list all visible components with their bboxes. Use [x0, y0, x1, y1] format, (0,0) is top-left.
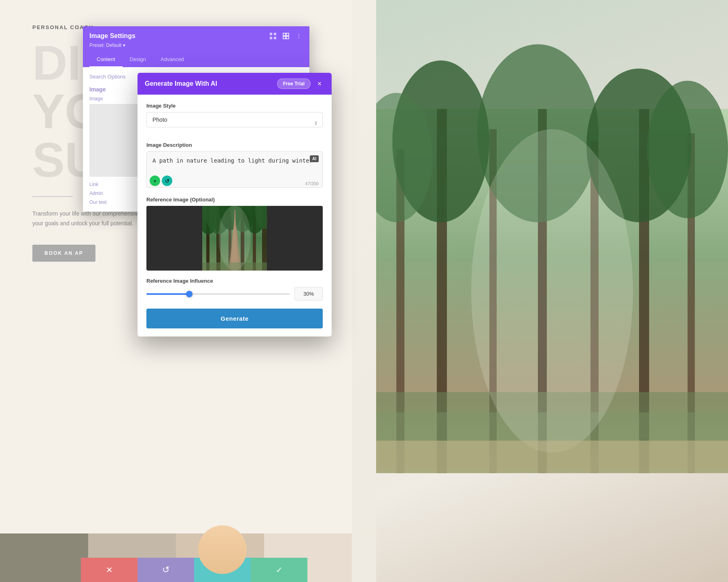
editor-title: Image Settings	[89, 32, 135, 40]
cancel-icon: ✕	[106, 565, 113, 575]
editor-tabs: Content Design Advanced	[89, 52, 303, 67]
svg-rect-23	[286, 33, 289, 36]
ai-modal-header: Generate Image With AI Free Trial ×	[138, 73, 332, 95]
free-trial-badge[interactable]: Free Trial	[277, 78, 311, 89]
editor-header-icons: ⋮	[269, 32, 303, 40]
svg-rect-24	[283, 36, 286, 39]
tab-advanced[interactable]: Advanced	[153, 52, 191, 67]
more-options-icon[interactable]: ⋮	[295, 32, 303, 40]
svg-rect-17	[376, 441, 728, 473]
person-face	[198, 525, 247, 574]
undo-icon: ↺	[162, 565, 169, 575]
generate-button[interactable]: Generate	[146, 309, 323, 328]
svg-rect-22	[283, 33, 286, 36]
book-button[interactable]: BOOK AN AP	[32, 245, 95, 262]
bg-right-panel	[376, 0, 728, 582]
tab-design[interactable]: Design	[123, 52, 153, 67]
confirm-icon: ✓	[276, 565, 283, 575]
close-button[interactable]: ×	[315, 79, 324, 89]
ai-icon-badge: AI	[310, 155, 319, 162]
svg-point-41	[218, 206, 251, 271]
svg-rect-20	[270, 37, 272, 39]
emoji-row: + ↺	[150, 176, 172, 186]
divider	[32, 196, 73, 197]
image-placeholder	[89, 104, 138, 177]
person-thumbnail	[182, 521, 263, 582]
svg-rect-25	[286, 36, 289, 39]
influence-label: Reference Image Influence	[146, 278, 323, 284]
svg-rect-19	[274, 33, 276, 35]
cancel-toolbar-btn[interactable]: ✕	[81, 558, 138, 582]
image-style-select-wrapper: Photo Illustration Painting Sketch 3D Re…	[146, 112, 323, 135]
svg-point-16	[471, 129, 633, 453]
influence-row: 30%	[146, 287, 323, 301]
influence-value: 30%	[294, 287, 323, 301]
svg-rect-18	[270, 33, 272, 35]
tab-content[interactable]: Content	[89, 52, 123, 67]
svg-rect-21	[274, 37, 276, 39]
image-style-label: Image Style	[146, 103, 323, 109]
ref-image-label: Reference Image (Optional)	[146, 197, 323, 203]
image-style-select[interactable]: Photo Illustration Painting Sketch 3D Re…	[146, 112, 323, 127]
editor-preset[interactable]: Preset: Default ▾	[89, 42, 303, 48]
editor-title-row: Image Settings	[89, 32, 303, 40]
description-textarea[interactable]: A path in nature leading to light during…	[146, 151, 323, 188]
capture-icon[interactable]	[269, 32, 277, 40]
influence-section: Reference Image Influence 30%	[146, 278, 323, 301]
char-count: 47/200	[305, 181, 319, 186]
alt-emoji-btn[interactable]: ↺	[162, 176, 172, 186]
ai-modal-body: Image Style Photo Illustration Painting …	[138, 95, 332, 337]
svg-point-13	[647, 81, 728, 218]
reference-image-section: Reference Image (Optional)	[146, 197, 323, 271]
ai-modal-header-right: Free Trial ×	[277, 78, 324, 89]
ai-modal-title: Generate Image With AI	[145, 80, 217, 87]
grid-icon[interactable]	[282, 32, 290, 40]
reference-image-box[interactable]	[146, 206, 323, 271]
description-area-wrapper: A path in nature leading to light during…	[146, 151, 323, 189]
swatch-olive	[0, 533, 88, 582]
description-label: Image Description	[146, 142, 323, 148]
add-emoji-btn[interactable]: +	[150, 176, 160, 186]
forest-illustration	[376, 0, 728, 582]
ai-modal: Generate Image With AI Free Trial × Imag…	[138, 73, 332, 337]
slider-wrapper	[146, 293, 290, 295]
forest-path-image	[202, 206, 267, 271]
editor-header: Image Settings	[83, 26, 309, 67]
